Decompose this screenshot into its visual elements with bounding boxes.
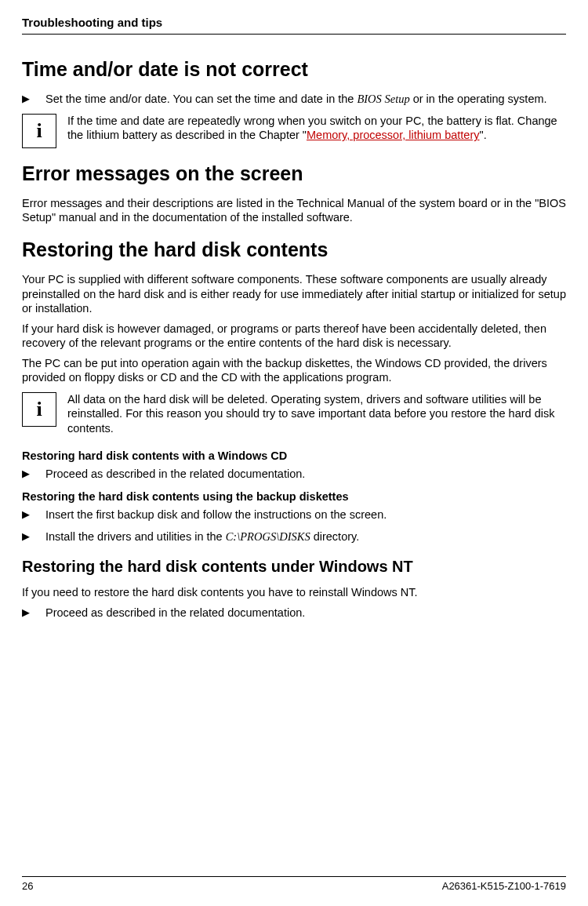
text-part: directory. <box>310 530 360 543</box>
paragraph: Error messages and their descriptions ar… <box>22 196 566 224</box>
text-part: Set the time and/or date. You can set th… <box>45 93 357 105</box>
bullet-icon: ▶ <box>22 508 45 522</box>
instruction-text: Install the drivers and utilities in the… <box>45 529 566 544</box>
paragraph: Your PC is supplied with different softw… <box>22 272 566 315</box>
instruction-text: Set the time and/or date. You can set th… <box>45 92 566 106</box>
paragraph: The PC can be put into operation again w… <box>22 356 566 384</box>
page-footer: 26 A26361-K515-Z100-1-7619 <box>22 876 566 892</box>
heading-error-messages: Error messages on the screen <box>22 162 566 185</box>
bullet-icon: ▶ <box>22 467 45 481</box>
instruction-text: Insert the first backup disk and follow … <box>45 508 566 522</box>
instruction-item: ▶ Insert the first backup disk and follo… <box>22 508 566 522</box>
info-glyph: i <box>36 398 42 421</box>
paragraph: If you need to restore the hard disk con… <box>22 585 566 599</box>
info-icon: i <box>22 392 56 427</box>
info-icon: i <box>22 114 56 148</box>
heading-time-date: Time and/or date is not correct <box>22 58 566 81</box>
info-glyph: i <box>36 119 42 143</box>
document-id: A26361-K515-Z100-1-7619 <box>442 880 566 892</box>
heading-restoring-nt: Restoring the hard disk contents under W… <box>22 558 566 576</box>
text-part: ". <box>480 129 487 141</box>
info-text: All data on the hard disk will be delete… <box>67 392 566 435</box>
bullet-icon: ▶ <box>22 529 45 544</box>
subheading-windows-cd: Restoring hard disk contents with a Wind… <box>22 449 566 462</box>
bullet-icon: ▶ <box>22 92 45 106</box>
subheading-backup-diskettes: Restoring the hard disk contents using t… <box>22 490 566 503</box>
info-note: i All data on the hard disk will be dele… <box>22 392 566 435</box>
info-note: i If the time and date are repeatedly wr… <box>22 114 566 148</box>
text-part: or in the operating system. <box>410 93 547 105</box>
heading-restoring-hard-disk: Restoring the hard disk contents <box>22 238 566 261</box>
instruction-item: ▶ Set the time and/or date. You can set … <box>22 92 566 106</box>
emphasis-bios-setup: BIOS Setup <box>357 93 409 105</box>
instruction-item: ▶ Proceed as described in the related do… <box>22 467 566 481</box>
bullet-icon: ▶ <box>22 606 45 620</box>
page-number: 26 <box>22 880 33 892</box>
instruction-item: ▶ Proceed as described in the related do… <box>22 606 566 620</box>
emphasis-path: C:\PROGS\DISKS <box>226 530 310 543</box>
link-memory-processor-battery[interactable]: Memory, processor, lithium battery <box>307 129 480 141</box>
paragraph: If your hard disk is however damaged, or… <box>22 322 566 350</box>
text-part: Install the drivers and utilities in the <box>45 530 226 543</box>
info-text: If the time and date are repeatedly wron… <box>67 114 566 148</box>
running-header: Troubleshooting and tips <box>22 16 566 35</box>
instruction-text: Proceed as described in the related docu… <box>45 606 566 620</box>
instruction-text: Proceed as described in the related docu… <box>45 467 566 481</box>
instruction-item: ▶ Install the drivers and utilities in t… <box>22 529 566 544</box>
